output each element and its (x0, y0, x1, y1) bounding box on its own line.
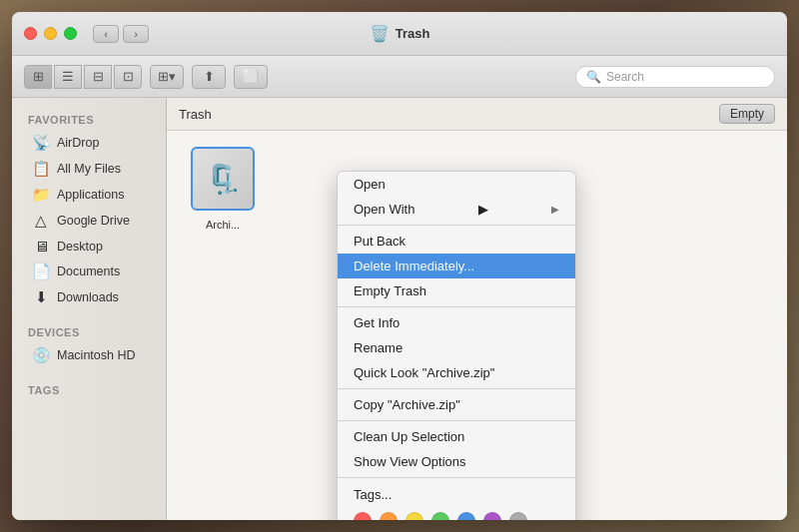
color-dot-green[interactable] (431, 512, 449, 520)
window-title: 🗑️ Trash (370, 24, 430, 43)
sidebar-item-applications[interactable]: 📁 Applications (16, 182, 162, 208)
forward-button[interactable]: › (123, 25, 149, 43)
menu-item-label: Delete Immediately... (354, 259, 474, 273)
menu-item-label: Show View Options (354, 454, 466, 469)
sidebar-item-downloads[interactable]: ⬇ Downloads (16, 284, 162, 310)
sidebar-item-label: All My Files (57, 162, 121, 176)
search-box[interactable]: 🔍 Search (575, 66, 775, 88)
arrange-button[interactable]: ⊞▾ (150, 65, 184, 89)
list-view-button[interactable]: ☰ (54, 65, 82, 89)
menu-item-label: Clean Up Selection (354, 429, 464, 444)
view-buttons: ⊞ ☰ ⊟ ⊡ (24, 65, 142, 89)
window-title-text: Trash (396, 26, 430, 41)
menu-item-label: Open (354, 177, 386, 192)
all-my-files-icon: 📋 (32, 160, 50, 178)
title-bar: ‹ › 🗑️ Trash (12, 12, 787, 56)
devices-section-title: Devices (12, 318, 166, 342)
menu-item-open[interactable]: Open (338, 172, 575, 197)
menu-item-label: Quick Look "Archive.zip" (354, 365, 494, 380)
sidebar-item-label: Desktop (57, 240, 103, 254)
menu-item-label: Copy "Archive.zip" (354, 397, 460, 412)
desktop-icon: 🖥 (32, 238, 50, 255)
menu-item-label: Put Back (354, 234, 405, 249)
sidebar-item-label: AirDrop (57, 136, 99, 150)
menu-divider-3 (338, 388, 575, 389)
close-button[interactable] (24, 27, 37, 40)
sidebar-item-documents[interactable]: 📄 Documents (16, 259, 162, 284)
sidebar-item-label: Google Drive (57, 214, 130, 228)
applications-icon: 📁 (32, 186, 50, 204)
menu-item-label: Open With (354, 202, 414, 217)
file-item-archive[interactable]: 🗜️ Archi... (183, 147, 263, 233)
sidebar-item-label: Applications (57, 188, 124, 202)
sidebar-item-label: Documents (57, 265, 120, 278)
color-dot-yellow[interactable] (405, 512, 423, 520)
toolbar: ⊞ ☰ ⊟ ⊡ ⊞▾ ⬆ ⬜ 🔍 Search (12, 56, 787, 98)
menu-item-clean-up[interactable]: Clean Up Selection (338, 424, 575, 449)
downloads-icon: ⬇ (32, 288, 50, 306)
menu-divider-4 (338, 420, 575, 421)
trash-title-icon: 🗑️ (370, 24, 390, 43)
menu-item-rename[interactable]: Rename (338, 335, 575, 360)
nav-buttons: ‹ › (93, 25, 149, 43)
column-view-button[interactable]: ⊟ (84, 65, 112, 89)
menu-item-delete-immediately[interactable]: Delete Immediately... (338, 254, 575, 278)
menu-item-open-with[interactable]: Open With ▶ (338, 197, 575, 222)
color-dot-blue[interactable] (457, 512, 475, 520)
menu-divider-2 (338, 306, 575, 307)
menu-divider-1 (338, 225, 575, 226)
minimize-button[interactable] (44, 27, 57, 40)
color-dot-orange[interactable] (380, 512, 398, 520)
color-dots (354, 510, 559, 520)
menu-item-label: Empty Trash (354, 283, 426, 298)
tags-section-title: Tags (12, 376, 166, 400)
share-button[interactable]: ⬜ (234, 65, 268, 89)
menu-divider-5 (338, 477, 575, 478)
cover-view-button[interactable]: ⊡ (114, 65, 142, 89)
favorites-section-title: Favorites (12, 106, 166, 130)
content-area: Favorites 📡 AirDrop 📋 All My Files 📁 App… (12, 98, 787, 520)
sidebar-item-desktop[interactable]: 🖥 Desktop (16, 234, 162, 259)
back-button[interactable]: ‹ (93, 25, 119, 43)
menu-item-empty-trash[interactable]: Empty Trash (338, 278, 575, 303)
sidebar-item-macintosh-hd[interactable]: 💿 Macintosh HD (16, 342, 162, 368)
google-drive-icon: △ (32, 212, 50, 230)
file-area: 🗜️ Archi... Open Open With ▶ Put B (167, 131, 787, 520)
menu-item-show-view-options[interactable]: Show View Options (338, 449, 575, 474)
empty-button[interactable]: Empty (719, 104, 775, 124)
menu-tags-section: Tags... (338, 481, 575, 520)
finder-window: ‹ › 🗑️ Trash ⊞ ☰ ⊟ ⊡ ⊞▾ ⬆ ⬜ 🔍 Search Fav… (12, 12, 787, 520)
file-icon: 🗜️ (191, 147, 255, 211)
submenu-arrow-icon: ▶ (478, 202, 488, 217)
maximize-button[interactable] (64, 27, 77, 40)
traffic-lights (24, 27, 77, 40)
menu-item-tags[interactable]: Tags... (354, 487, 559, 502)
documents-icon: 📄 (32, 263, 50, 280)
macintosh-hd-icon: 💿 (32, 346, 50, 364)
location-bar: Trash Empty (167, 98, 787, 131)
menu-item-label: Rename (354, 340, 402, 355)
file-name: Archi... (206, 219, 240, 231)
search-icon: 🔍 (586, 70, 601, 84)
menu-item-label: Get Info (354, 315, 400, 330)
icon-view-button[interactable]: ⊞ (24, 65, 52, 89)
search-placeholder: Search (606, 70, 644, 84)
menu-item-put-back[interactable]: Put Back (338, 229, 575, 254)
sidebar-item-all-my-files[interactable]: 📋 All My Files (16, 156, 162, 182)
sidebar-item-airdrop[interactable]: 📡 AirDrop (16, 130, 162, 156)
airdrop-icon: 📡 (32, 134, 50, 152)
location-name: Trash (179, 107, 212, 122)
color-dot-gray[interactable] (509, 512, 527, 520)
sidebar-item-google-drive[interactable]: △ Google Drive (16, 208, 162, 234)
sidebar-item-label: Downloads (57, 290, 119, 304)
sidebar: Favorites 📡 AirDrop 📋 All My Files 📁 App… (12, 98, 167, 520)
color-dot-red[interactable] (354, 512, 372, 520)
menu-item-copy[interactable]: Copy "Archive.zip" (338, 392, 575, 417)
menu-item-quick-look[interactable]: Quick Look "Archive.zip" (338, 360, 575, 385)
color-dot-purple[interactable] (483, 512, 501, 520)
sidebar-item-label: Macintosh HD (57, 348, 136, 362)
main-content: Trash Empty 🗜️ Archi... Open (167, 98, 787, 520)
zip-file-icon: 🗜️ (206, 163, 241, 196)
action-button[interactable]: ⬆ (192, 65, 226, 89)
menu-item-get-info[interactable]: Get Info (338, 310, 575, 335)
